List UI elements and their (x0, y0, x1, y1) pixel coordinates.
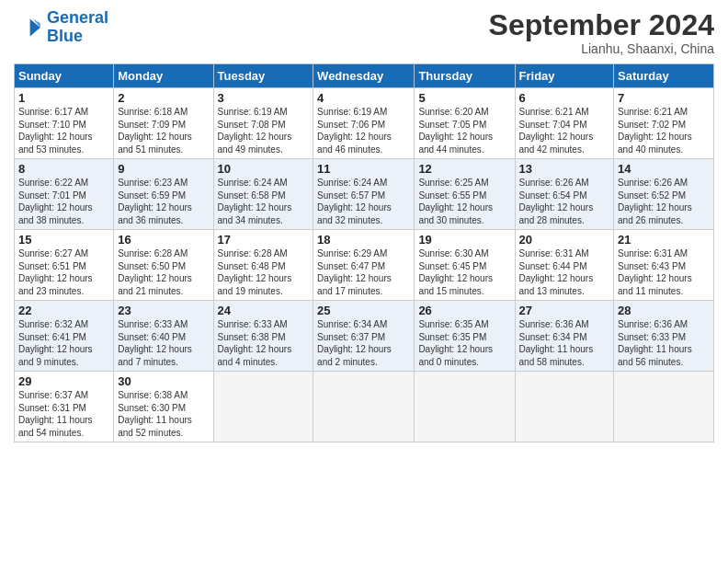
calendar-day-cell: 13 Sunrise: 6:26 AMSunset: 6:54 PMDaylig… (515, 159, 614, 230)
day-number: 4 (317, 91, 410, 105)
svg-marker-0 (30, 18, 40, 36)
day-number: 10 (218, 162, 310, 176)
day-number: 14 (618, 162, 710, 176)
calendar-header-row: SundayMondayTuesdayWednesdayThursdayFrid… (15, 64, 714, 88)
day-number: 9 (118, 162, 209, 176)
month-title: September 2024 (489, 9, 714, 41)
day-number: 28 (618, 304, 710, 317)
calendar-day-cell: 10 Sunrise: 6:24 AMSunset: 6:58 PMDaylig… (213, 159, 313, 230)
calendar-day-cell: 16 Sunrise: 6:28 AMSunset: 6:50 PMDaylig… (114, 230, 213, 301)
calendar-week-row: 29 Sunrise: 6:37 AMSunset: 6:31 PMDaylig… (15, 372, 714, 442)
calendar-day-cell: 26 Sunrise: 6:35 AMSunset: 6:35 PMDaylig… (415, 301, 515, 372)
logo-line2: Blue (47, 27, 83, 45)
calendar-week-row: 8 Sunrise: 6:22 AMSunset: 7:01 PMDayligh… (15, 159, 714, 230)
day-info: Sunrise: 6:21 AMSunset: 7:04 PMDaylight:… (519, 106, 610, 155)
day-info: Sunrise: 6:24 AMSunset: 6:57 PMDaylight:… (317, 177, 410, 226)
day-number: 25 (317, 304, 410, 317)
day-info: Sunrise: 6:33 AMSunset: 6:40 PMDaylight:… (118, 318, 209, 368)
page: General Blue September 2024 Lianhu, Shaa… (0, 0, 728, 563)
day-number: 18 (317, 233, 410, 247)
day-number: 26 (418, 304, 510, 317)
day-info: Sunrise: 6:23 AMSunset: 6:59 PMDaylight:… (118, 177, 209, 226)
calendar-header-saturday: Saturday (614, 64, 714, 88)
day-number: 1 (18, 91, 109, 105)
calendar-day-cell: 11 Sunrise: 6:24 AMSunset: 6:57 PMDaylig… (313, 159, 415, 230)
calendar-day-cell: 12 Sunrise: 6:25 AMSunset: 6:55 PMDaylig… (415, 159, 515, 230)
calendar-day-cell: 28 Sunrise: 6:36 AMSunset: 6:33 PMDaylig… (614, 301, 714, 372)
day-info: Sunrise: 6:20 AMSunset: 7:05 PMDaylight:… (418, 106, 510, 155)
calendar: SundayMondayTuesdayWednesdayThursdayFrid… (14, 63, 714, 442)
calendar-day-cell (213, 372, 313, 442)
day-info: Sunrise: 6:29 AMSunset: 6:47 PMDaylight:… (317, 247, 410, 297)
day-info: Sunrise: 6:25 AMSunset: 6:55 PMDaylight:… (418, 177, 510, 226)
day-number: 2 (118, 91, 209, 105)
calendar-day-cell: 25 Sunrise: 6:34 AMSunset: 6:37 PMDaylig… (313, 301, 415, 372)
day-info: Sunrise: 6:31 AMSunset: 6:43 PMDaylight:… (618, 247, 710, 297)
day-info: Sunrise: 6:18 AMSunset: 7:09 PMDaylight:… (118, 106, 209, 155)
day-info: Sunrise: 6:21 AMSunset: 7:02 PMDaylight:… (618, 106, 710, 155)
day-info: Sunrise: 6:37 AMSunset: 6:31 PMDaylight:… (18, 389, 109, 439)
calendar-day-cell: 9 Sunrise: 6:23 AMSunset: 6:59 PMDayligh… (114, 159, 213, 230)
day-number: 24 (218, 304, 310, 317)
day-number: 30 (118, 374, 209, 388)
calendar-header-wednesday: Wednesday (313, 64, 415, 88)
day-info: Sunrise: 6:19 AMSunset: 7:08 PMDaylight:… (218, 106, 310, 155)
day-number: 27 (519, 304, 610, 317)
day-number: 17 (218, 233, 310, 247)
calendar-day-cell: 23 Sunrise: 6:33 AMSunset: 6:40 PMDaylig… (114, 301, 213, 372)
day-number: 21 (618, 233, 710, 247)
day-info: Sunrise: 6:19 AMSunset: 7:06 PMDaylight:… (317, 106, 410, 155)
calendar-day-cell: 5 Sunrise: 6:20 AMSunset: 7:05 PMDayligh… (415, 88, 515, 159)
day-info: Sunrise: 6:26 AMSunset: 6:54 PMDaylight:… (519, 177, 610, 226)
calendar-header-friday: Friday (515, 64, 614, 88)
calendar-day-cell: 1 Sunrise: 6:17 AMSunset: 7:10 PMDayligh… (15, 88, 114, 159)
day-number: 20 (519, 233, 610, 247)
day-number: 19 (418, 233, 510, 247)
calendar-day-cell: 22 Sunrise: 6:32 AMSunset: 6:41 PMDaylig… (15, 301, 114, 372)
day-info: Sunrise: 6:17 AMSunset: 7:10 PMDaylight:… (18, 106, 109, 155)
day-number: 8 (18, 162, 109, 176)
calendar-header-sunday: Sunday (15, 64, 114, 88)
calendar-day-cell: 29 Sunrise: 6:37 AMSunset: 6:31 PMDaylig… (15, 372, 114, 442)
day-info: Sunrise: 6:26 AMSunset: 6:52 PMDaylight:… (618, 177, 710, 226)
calendar-day-cell (415, 372, 515, 442)
location: Lianhu, Shaanxi, China (489, 41, 714, 56)
calendar-day-cell: 14 Sunrise: 6:26 AMSunset: 6:52 PMDaylig… (614, 159, 714, 230)
day-number: 3 (218, 91, 310, 105)
day-info: Sunrise: 6:31 AMSunset: 6:44 PMDaylight:… (519, 247, 610, 297)
calendar-day-cell: 21 Sunrise: 6:31 AMSunset: 6:43 PMDaylig… (614, 230, 714, 301)
calendar-day-cell: 27 Sunrise: 6:36 AMSunset: 6:34 PMDaylig… (515, 301, 614, 372)
calendar-day-cell: 17 Sunrise: 6:28 AMSunset: 6:48 PMDaylig… (213, 230, 313, 301)
calendar-day-cell: 8 Sunrise: 6:22 AMSunset: 7:01 PMDayligh… (15, 159, 114, 230)
day-info: Sunrise: 6:28 AMSunset: 6:50 PMDaylight:… (118, 247, 209, 297)
calendar-week-row: 15 Sunrise: 6:27 AMSunset: 6:51 PMDaylig… (15, 230, 714, 301)
day-info: Sunrise: 6:38 AMSunset: 6:30 PMDaylight:… (118, 389, 209, 439)
day-number: 6 (519, 91, 610, 105)
calendar-day-cell: 24 Sunrise: 6:33 AMSunset: 6:38 PMDaylig… (213, 301, 313, 372)
calendar-day-cell: 4 Sunrise: 6:19 AMSunset: 7:06 PMDayligh… (313, 88, 415, 159)
calendar-day-cell (313, 372, 415, 442)
title-block: September 2024 Lianhu, Shaanxi, China (489, 9, 714, 56)
calendar-week-row: 1 Sunrise: 6:17 AMSunset: 7:10 PMDayligh… (15, 88, 714, 159)
day-number: 16 (118, 233, 209, 247)
calendar-header-thursday: Thursday (415, 64, 515, 88)
calendar-day-cell: 18 Sunrise: 6:29 AMSunset: 6:47 PMDaylig… (313, 230, 415, 301)
day-info: Sunrise: 6:30 AMSunset: 6:45 PMDaylight:… (418, 247, 510, 297)
logo: General Blue (14, 9, 108, 46)
calendar-day-cell: 2 Sunrise: 6:18 AMSunset: 7:09 PMDayligh… (114, 88, 213, 159)
calendar-day-cell (515, 372, 614, 442)
calendar-day-cell (614, 372, 714, 442)
calendar-header-tuesday: Tuesday (213, 64, 313, 88)
day-info: Sunrise: 6:35 AMSunset: 6:35 PMDaylight:… (418, 318, 510, 368)
day-number: 13 (519, 162, 610, 176)
day-info: Sunrise: 6:27 AMSunset: 6:51 PMDaylight:… (18, 247, 109, 297)
day-info: Sunrise: 6:32 AMSunset: 6:41 PMDaylight:… (18, 318, 109, 368)
day-number: 11 (317, 162, 410, 176)
calendar-day-cell: 30 Sunrise: 6:38 AMSunset: 6:30 PMDaylig… (114, 372, 213, 442)
day-info: Sunrise: 6:34 AMSunset: 6:37 PMDaylight:… (317, 318, 410, 368)
day-info: Sunrise: 6:36 AMSunset: 6:34 PMDaylight:… (519, 318, 610, 368)
calendar-day-cell: 15 Sunrise: 6:27 AMSunset: 6:51 PMDaylig… (15, 230, 114, 301)
day-info: Sunrise: 6:28 AMSunset: 6:48 PMDaylight:… (218, 247, 310, 297)
calendar-day-cell: 6 Sunrise: 6:21 AMSunset: 7:04 PMDayligh… (515, 88, 614, 159)
calendar-day-cell: 3 Sunrise: 6:19 AMSunset: 7:08 PMDayligh… (213, 88, 313, 159)
